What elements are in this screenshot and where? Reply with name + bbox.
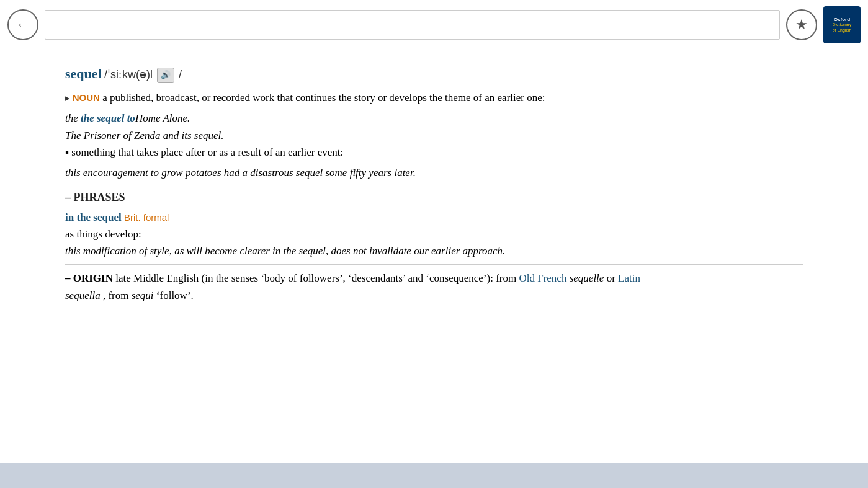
potato-example: this encouragement to grow potatoes had … — [65, 167, 416, 179]
search-input[interactable] — [45, 10, 780, 40]
origin-or: or — [607, 272, 615, 284]
origin-sequelle: sequelle — [570, 272, 607, 284]
pronunciation-end: / — [179, 68, 182, 81]
pronunciation: /ˈsiːkw(ə)l 🔊 / — [104, 68, 182, 81]
origin-heading: – ORIGIN — [65, 272, 113, 284]
top-bar: ← ★ Oxford Dictionary of English — [0, 0, 868, 50]
sequel-to-link: the sequel to — [81, 112, 135, 124]
logo-of-english-text: of English — [833, 28, 852, 33]
logo-oxford-text: Oxford — [834, 17, 850, 23]
example-line-1: the the sequel toHome Alone. — [65, 110, 803, 126]
phrase-1-example: this modification of style, as will beco… — [65, 242, 803, 259]
back-button[interactable]: ← — [7, 9, 38, 40]
example-line-2: The Prisoner of Zenda and its sequel. — [65, 127, 803, 144]
def-text-2: something that takes place after or as a… — [71, 146, 343, 158]
definition-2: ▪ something that takes place after or as… — [65, 144, 803, 161]
origin-text-1: late Middle English (in the senses ‘body… — [115, 272, 519, 284]
old-french-link: Old French — [519, 272, 566, 284]
brit-label: Brit. formal — [124, 212, 169, 223]
origin-sequi: sequi — [132, 290, 154, 301]
logo-dictionary-text: Dictionary — [832, 22, 851, 27]
word-header: sequel /ˈsiːkw(ə)l 🔊 / — [65, 63, 803, 84]
home-alone: Home Alone. — [135, 112, 190, 124]
example-line-3: this encouragement to grow potatoes had … — [65, 164, 803, 181]
headword: sequel — [65, 66, 102, 81]
phrases-section: – PHRASES in the sequel Brit. formal as … — [65, 189, 803, 259]
origin-follow: ‘follow’. — [156, 290, 194, 301]
star-icon: ★ — [795, 17, 808, 33]
favorite-button[interactable]: ★ — [786, 9, 817, 40]
latin-link: Latin — [618, 272, 640, 284]
bottom-bar — [0, 463, 868, 488]
bullet-arrow: ▸ — [65, 93, 73, 103]
back-icon: ← — [16, 17, 30, 33]
pos-label: NOUN — [73, 92, 100, 103]
origin-from: , from — [103, 290, 132, 301]
prisoner-example: The Prisoner of Zenda and its sequel. — [65, 130, 223, 141]
definition-1: ▸ NOUN a published, broadcast, or record… — [65, 89, 803, 106]
bullet-2: ▪ — [65, 146, 71, 158]
pronunciation-text: /ˈsiːkw(ə)l — [104, 68, 153, 81]
oxford-logo: Oxford Dictionary of English — [823, 6, 861, 43]
def-text-1: a published, broadcast, or recorded work… — [102, 92, 545, 104]
audio-button[interactable]: 🔊 — [157, 68, 174, 83]
origin-sequella: sequella — [65, 290, 101, 301]
phrases-heading: – PHRASES — [65, 189, 803, 206]
phrase-example-text: this modification of style, as will beco… — [65, 245, 505, 257]
origin-section: – ORIGIN late Middle English (in the sen… — [65, 264, 803, 303]
phrase-1-title: in the sequel — [65, 211, 122, 223]
example-the: the — [65, 112, 81, 124]
phrase-1-header: in the sequel Brit. formal — [65, 209, 803, 226]
dictionary-content: sequel /ˈsiːkw(ə)l 🔊 / ▸ NOUN a publishe… — [0, 50, 868, 316]
phrase-1-def: as things develop: — [65, 226, 803, 242]
